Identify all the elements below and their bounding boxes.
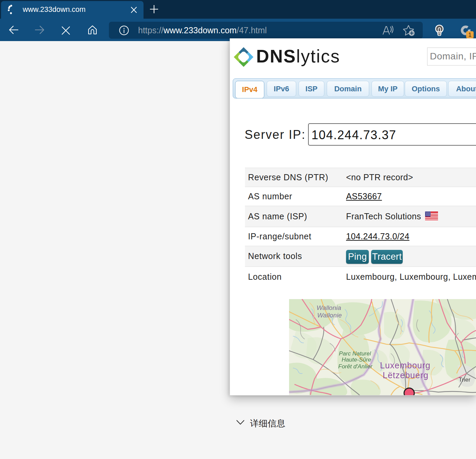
svg-text:Trier: Trier <box>459 377 471 383</box>
svg-text:Parc Naturel: Parc Naturel <box>339 350 372 357</box>
svg-text:Haute-Sûre: Haute-Sûre <box>342 356 371 363</box>
svg-text:Forêt d'Anlier: Forêt d'Anlier <box>338 363 373 370</box>
svg-text:Luxembourg: Luxembourg <box>380 361 431 370</box>
svg-text:Wallonie: Wallonie <box>317 312 342 319</box>
svg-text:Lëtzebuerg: Lëtzebuerg <box>383 370 429 380</box>
svg-text:Wallonia: Wallonia <box>317 304 341 311</box>
